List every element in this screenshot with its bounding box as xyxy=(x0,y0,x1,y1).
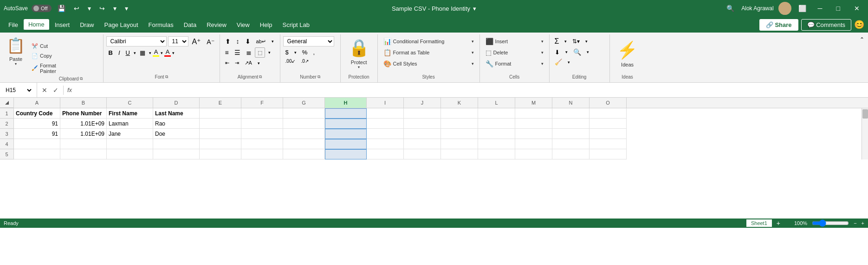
border-dropdown[interactable]: ▾ xyxy=(149,48,152,57)
cell-L3[interactable] xyxy=(478,129,515,139)
cell-L4[interactable] xyxy=(478,139,515,149)
menu-help[interactable]: Help xyxy=(255,20,277,30)
cell-M2[interactable] xyxy=(515,119,552,129)
col-header-K[interactable]: K xyxy=(441,98,478,108)
col-header-L[interactable]: L xyxy=(478,98,515,108)
cell-G2[interactable] xyxy=(283,119,325,129)
number-expand-icon[interactable]: ⧉ xyxy=(317,74,320,80)
cell-G1[interactable] xyxy=(283,108,325,119)
underline-button[interactable]: U xyxy=(123,48,132,57)
cell-A3[interactable]: 91 xyxy=(14,129,60,139)
cell-M1[interactable] xyxy=(515,108,552,119)
row-header-5[interactable]: 5 xyxy=(0,149,14,159)
cell-N3[interactable] xyxy=(552,129,589,139)
cell-L2[interactable] xyxy=(478,119,515,129)
underline-dropdown[interactable]: ▾ xyxy=(133,48,136,57)
cell-I4[interactable] xyxy=(367,139,404,149)
collapse-ribbon-button[interactable]: ⌃ xyxy=(860,36,864,43)
currency-dropdown[interactable]: ▾ xyxy=(292,48,299,57)
col-header-O[interactable]: O xyxy=(589,98,627,108)
zoom-in-icon[interactable]: + xyxy=(862,220,864,226)
close-button[interactable]: ✕ xyxy=(849,4,864,13)
cell-F3[interactable] xyxy=(241,129,283,139)
cell-B1[interactable]: Phone Number xyxy=(60,108,107,119)
align-right-button[interactable]: ≣ xyxy=(244,47,254,58)
fill-dropdown[interactable]: ▾ xyxy=(563,47,570,57)
fill-color-dropdown[interactable]: ▾ xyxy=(160,48,163,57)
sum-button[interactable]: Σ xyxy=(552,36,562,46)
wrap-text-button[interactable]: ab↵ xyxy=(254,36,268,46)
cell-K1[interactable] xyxy=(441,108,478,119)
cell-N1[interactable] xyxy=(552,108,589,119)
cell-H2[interactable] xyxy=(325,119,367,129)
share-button[interactable]: 🔗 Share xyxy=(759,19,798,31)
percent-button[interactable]: % xyxy=(300,48,310,57)
number-format-select[interactable]: General xyxy=(283,36,334,46)
cell-H4[interactable] xyxy=(325,139,367,149)
font-color-dropdown[interactable]: ▾ xyxy=(172,48,175,57)
align-center-button[interactable]: ☰ xyxy=(232,47,243,58)
col-header-B[interactable]: B xyxy=(60,98,107,108)
cell-B2[interactable]: 1.01E+09 xyxy=(60,119,107,129)
cell-O3[interactable] xyxy=(589,129,627,139)
cell-G5[interactable] xyxy=(283,149,325,159)
menu-script-lab[interactable]: Script Lab xyxy=(278,20,315,30)
merge-dropdown[interactable]: ▾ xyxy=(266,47,273,58)
cell-G3[interactable] xyxy=(283,129,325,139)
font-family-select[interactable]: Calibri xyxy=(106,36,167,46)
increase-decimal-button[interactable]: .0↗ xyxy=(298,58,311,65)
cell-I5[interactable] xyxy=(367,149,404,159)
vertical-scrollbar[interactable] xyxy=(862,108,868,159)
cell-J4[interactable] xyxy=(404,139,441,149)
cell-O5[interactable] xyxy=(589,149,627,159)
comma-button[interactable]: , xyxy=(311,48,317,57)
cell-E2[interactable] xyxy=(200,119,241,129)
zoom-slider[interactable] xyxy=(812,219,849,227)
decrease-decimal-button[interactable]: .00↙ xyxy=(283,58,298,65)
cell-E4[interactable] xyxy=(200,139,241,149)
cell-D2[interactable]: Rao xyxy=(153,119,200,129)
cell-C4[interactable] xyxy=(107,139,153,149)
increase-indent-button[interactable]: ⇥ xyxy=(233,59,241,67)
row-header-1[interactable]: 1 xyxy=(0,108,14,119)
cell-N4[interactable] xyxy=(552,139,589,149)
clear-button[interactable]: 🧹 xyxy=(552,58,564,66)
cell-D4[interactable] xyxy=(153,139,200,149)
row-header-4[interactable]: 4 xyxy=(0,139,14,149)
format-button[interactable]: 🔧 Format ▾ xyxy=(483,59,546,69)
ideas-button[interactable]: ⚡ Ideas xyxy=(614,36,641,71)
col-header-D[interactable]: D xyxy=(153,98,200,108)
save-button[interactable]: 💾 xyxy=(55,4,68,13)
cell-C1[interactable]: First Name xyxy=(107,108,153,119)
border-button[interactable]: ▦ xyxy=(137,48,148,57)
cell-O1[interactable] xyxy=(589,108,627,119)
redo-dropdown[interactable]: ▾ xyxy=(111,4,119,13)
cell-A2[interactable]: 91 xyxy=(14,119,60,129)
italic-button[interactable]: I xyxy=(116,48,123,57)
cell-L1[interactable] xyxy=(478,108,515,119)
menu-formulas[interactable]: Formulas xyxy=(144,20,178,30)
menu-draw[interactable]: Draw xyxy=(75,20,98,30)
wrap-dropdown[interactable]: ▾ xyxy=(269,36,276,46)
cell-E3[interactable] xyxy=(200,129,241,139)
cell-B3[interactable]: 1.01E+09 xyxy=(60,129,107,139)
search-button[interactable]: 🔍 xyxy=(724,4,737,13)
col-header-H[interactable]: H xyxy=(325,98,367,108)
emoji-button[interactable]: 😊 xyxy=(854,20,864,30)
cell-I3[interactable] xyxy=(367,129,404,139)
sort-filter-button[interactable]: ⇅▾ xyxy=(570,36,582,46)
menu-home[interactable]: Home xyxy=(24,19,49,31)
cell-J5[interactable] xyxy=(404,149,441,159)
font-expand-icon[interactable]: ⧉ xyxy=(165,74,168,80)
cell-N5[interactable] xyxy=(552,149,589,159)
format-as-table-button[interactable]: 📋 Format as Table ▾ xyxy=(381,47,477,58)
col-header-F[interactable]: F xyxy=(241,98,283,108)
cell-C3[interactable]: Jane xyxy=(107,129,153,139)
font-color-button[interactable]: A xyxy=(164,48,171,57)
cell-O4[interactable] xyxy=(589,139,627,149)
menu-file[interactable]: File xyxy=(4,20,23,30)
menu-insert[interactable]: Insert xyxy=(50,20,75,30)
cell-H5[interactable] xyxy=(325,149,367,159)
sheet-tab[interactable]: Sheet1 xyxy=(746,219,772,227)
undo-button[interactable]: ↩ xyxy=(71,4,82,13)
